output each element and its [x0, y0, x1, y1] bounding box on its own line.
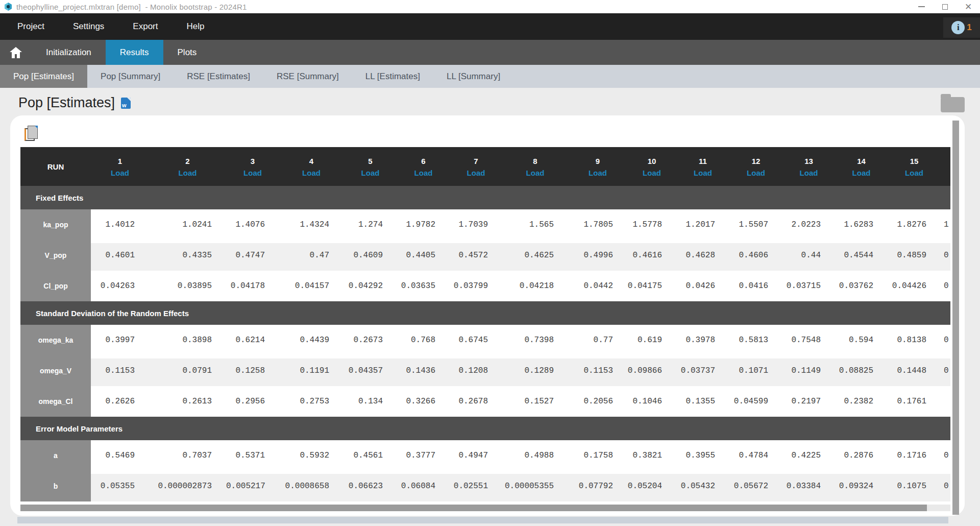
cell-a-run5: 0.4561 — [344, 440, 397, 471]
info-icon[interactable]: i — [951, 21, 965, 34]
load-link[interactable]: Load — [676, 168, 729, 178]
run-header-4: 4Load — [279, 147, 344, 186]
section-title: Fixed Effects — [20, 186, 950, 209]
load-link[interactable]: Load — [627, 168, 676, 178]
run-number: 14 — [835, 155, 888, 168]
cell-omega_V-run2: 0.0791 — [149, 355, 226, 386]
cell-omega_ka-run8: 0.7398 — [502, 325, 568, 355]
run-number: 12 — [729, 155, 782, 168]
section-title: Error Model Parameters — [20, 417, 950, 440]
table-scroll-area[interactable]: RUN1Load2Load3Load4Load5Load6Load7Load8L… — [20, 147, 950, 503]
section-title: Standard Deviation of the Random Effects — [20, 301, 950, 325]
load-link[interactable]: Load — [568, 168, 627, 178]
menu-item-project[interactable]: Project — [17, 21, 44, 32]
cell-Cl_pop-run1: 0.04263 — [91, 271, 149, 301]
run-header-6: 6Load — [397, 147, 450, 186]
table-row-a: a0.54690.70370.53710.59320.45610.37770.4… — [20, 440, 950, 471]
vertical-scrollbar-thumb[interactable] — [952, 121, 959, 515]
cell-b-run11: 0.05432 — [676, 471, 729, 501]
subtab-pop-estimates[interactable]: Pop [Estimates] — [0, 65, 87, 88]
run-column-header: RUN — [20, 147, 91, 186]
table-row-omega_V: omega_V0.11530.07910.12580.11910.043570.… — [20, 355, 950, 386]
copy-table-icon[interactable] — [24, 126, 38, 141]
menu-item-settings[interactable]: Settings — [73, 21, 104, 32]
run-number: 3 — [226, 155, 279, 168]
cell-omega_V-run16: 0 — [941, 355, 950, 386]
page-title-row: Pop [Estimates] w — [18, 95, 131, 111]
tab-initialization[interactable]: Initialization — [32, 40, 106, 65]
run-header-10: 10Load — [627, 147, 676, 186]
load-link[interactable]: Load — [502, 168, 568, 178]
open-folder-icon[interactable] — [941, 97, 965, 112]
cell-omega_Cl-run12: 0.04599 — [729, 386, 782, 417]
results-card: RUN1Load2Load3Load4Load5Load6Load7Load8L… — [10, 115, 965, 516]
load-link[interactable]: Load — [279, 168, 344, 178]
cell-Cl_pop-run12: 0.0416 — [729, 271, 782, 301]
cell-omega_Cl-run4: 0.2753 — [279, 386, 344, 417]
menu-item-help[interactable]: Help — [187, 21, 205, 32]
load-link[interactable]: Load — [888, 168, 941, 178]
run-header-11: 11Load — [676, 147, 729, 186]
load-link[interactable]: Load — [226, 168, 279, 178]
subtab-rse-estimates[interactable]: RSE [Estimates] — [174, 65, 263, 88]
run-header-13: 13Load — [782, 147, 835, 186]
horizontal-scrollbar-track[interactable] — [20, 505, 950, 511]
home-tab[interactable] — [0, 40, 32, 65]
run-number: 9 — [568, 155, 627, 168]
cell-omega_V-run11: 0.03737 — [676, 355, 729, 386]
load-link[interactable]: Load — [835, 168, 888, 178]
cell-a-run2: 0.7037 — [149, 440, 226, 471]
run-number: 1 — [91, 155, 149, 168]
load-link[interactable]: Load — [729, 168, 782, 178]
cell-b-run10: 0.05204 — [627, 471, 676, 501]
cell-b-run4: 0.0008658 — [279, 471, 344, 501]
horizontal-scrollbar-thumb[interactable] — [20, 505, 927, 511]
run-header-5: 5Load — [344, 147, 397, 186]
run-number: 6 — [397, 155, 450, 168]
notification-area[interactable]: i 1 — [943, 17, 980, 38]
tab-plots[interactable]: Plots — [163, 40, 211, 65]
window-titlebar: theophylline_project.mlxtran [demo] - Mo… — [0, 0, 980, 13]
cell-Cl_pop-run2: 0.03895 — [149, 271, 226, 301]
export-word-icon[interactable]: w — [121, 98, 131, 109]
cell-ka_pop-run3: 1.4076 — [226, 209, 279, 240]
cell-omega_V-run3: 0.1258 — [226, 355, 279, 386]
load-link[interactable]: Load — [91, 168, 149, 178]
load-link[interactable]: Load — [450, 168, 502, 178]
cell-omega_Cl-run8: 0.1527 — [502, 386, 568, 417]
cell-b-run9: 0.07792 — [568, 471, 627, 501]
cell-omega_V-run5: 0.04357 — [344, 355, 397, 386]
subtab-ll-summary[interactable]: LL [Summary] — [433, 65, 513, 88]
table-row-b: b0.053550.0000028730.0052170.00086580.06… — [20, 471, 950, 501]
load-link[interactable]: Load — [397, 168, 450, 178]
tab-results[interactable]: Results — [106, 40, 163, 65]
minimize-button[interactable] — [910, 0, 933, 13]
cell-a-run10: 0.3821 — [627, 440, 676, 471]
cell-b-run8: 0.00005355 — [502, 471, 568, 501]
load-link[interactable]: Load — [344, 168, 397, 178]
close-button[interactable]: ✕ — [957, 0, 980, 13]
cell-omega_Cl-run10: 0.1046 — [627, 386, 676, 417]
cell-b-run13: 0.03384 — [782, 471, 835, 501]
cell-a-run11: 0.3955 — [676, 440, 729, 471]
table-row-Cl_pop: Cl_pop0.042630.038950.041780.041570.0429… — [20, 271, 950, 301]
run-header-2: 2Load — [149, 147, 226, 186]
cell-Cl_pop-run3: 0.04178 — [226, 271, 279, 301]
cell-omega_V-run10: 0.09866 — [627, 355, 676, 386]
cell-V_pop-run12: 0.4606 — [729, 240, 782, 271]
outer-horizontal-scrollbar[interactable] — [17, 517, 948, 523]
run-header-7: 7Load — [450, 147, 502, 186]
restore-button[interactable] — [933, 0, 957, 13]
cell-omega_Cl-run7: 0.2678 — [450, 386, 502, 417]
run-header-cut — [941, 147, 950, 186]
subtab-ll-estimates[interactable]: LL [Estimates] — [352, 65, 433, 88]
run-number: 2 — [149, 155, 226, 168]
run-number: 5 — [344, 155, 397, 168]
cell-V_pop-run5: 0.4609 — [344, 240, 397, 271]
subtab-rse-summary[interactable]: RSE [Summary] — [263, 65, 352, 88]
cell-ka_pop-run6: 1.9782 — [397, 209, 450, 240]
load-link[interactable]: Load — [149, 168, 226, 178]
load-link[interactable]: Load — [782, 168, 835, 178]
subtab-pop-summary[interactable]: Pop [Summary] — [87, 65, 174, 88]
menu-item-export[interactable]: Export — [133, 21, 158, 32]
